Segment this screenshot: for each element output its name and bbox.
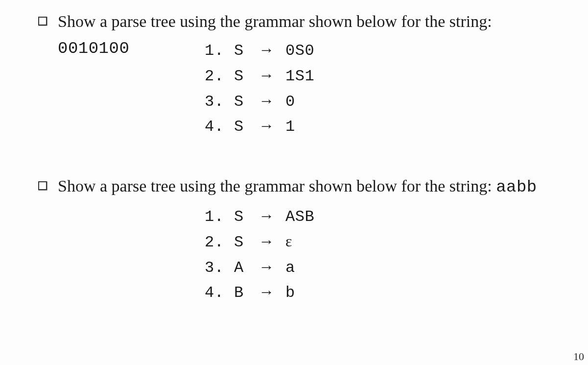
- arrow-icon: →: [259, 38, 285, 62]
- rule-lhs: S: [234, 205, 259, 229]
- slide: Show a parse tree using the grammar show…: [0, 0, 588, 365]
- question-2-prefix: Show a parse tree using the grammar show…: [58, 177, 496, 195]
- question-2-prompt-row: Show a parse tree using the grammar show…: [38, 173, 564, 200]
- question-2-grammar: 1. S → ASB 2. S → ε 3. A → a 4. B → b: [205, 204, 564, 305]
- rule-rhs: 1S1: [285, 64, 314, 89]
- rule-lhs: S: [234, 64, 259, 89]
- bullet-icon: [38, 181, 47, 190]
- grammar-rule: 2. S → ε: [205, 229, 564, 255]
- question-2-block: Show a parse tree using the grammar show…: [38, 173, 564, 305]
- rule-number: 4.: [205, 281, 234, 305]
- rule-rhs: ε: [285, 229, 292, 254]
- rule-rhs: b: [285, 281, 295, 305]
- question-2-target-string: aabb: [496, 178, 537, 196]
- arrow-icon: →: [259, 89, 285, 113]
- grammar-rule: 3. S → 0: [205, 89, 564, 114]
- grammar-rule: 4. S → 1: [205, 114, 564, 139]
- arrow-icon: →: [259, 63, 285, 88]
- question-2-text: Show a parse tree using the grammar show…: [58, 173, 564, 200]
- grammar-rule: 4. B → b: [205, 280, 564, 305]
- rule-number: 1.: [205, 205, 234, 229]
- rule-lhs: B: [234, 281, 259, 305]
- arrow-icon: →: [259, 280, 285, 304]
- rule-lhs: S: [234, 39, 259, 63]
- rule-number: 2.: [205, 64, 234, 89]
- rule-number: 3.: [205, 90, 234, 114]
- question-1-block: Show a parse tree using the grammar show…: [38, 9, 564, 139]
- grammar-rule: 2. S → 1S1: [205, 63, 564, 89]
- page-number: 10: [573, 350, 584, 363]
- rule-rhs: 1: [285, 115, 295, 139]
- arrow-icon: →: [259, 229, 285, 254]
- arrow-icon: →: [259, 114, 285, 138]
- rule-lhs: A: [234, 256, 259, 280]
- rule-lhs: S: [234, 230, 259, 255]
- rule-lhs: S: [234, 90, 259, 114]
- arrow-icon: →: [259, 204, 285, 228]
- rule-rhs: ASB: [285, 205, 314, 229]
- rule-number: 1.: [205, 39, 234, 63]
- rule-number: 2.: [205, 230, 234, 255]
- rule-number: 4.: [205, 115, 234, 139]
- rule-number: 3.: [205, 256, 234, 280]
- rule-rhs: 0S0: [285, 39, 314, 63]
- rule-rhs: a: [285, 256, 295, 280]
- question-1-target-string: 0010100: [58, 39, 129, 58]
- grammar-rule: 1. S → ASB: [205, 204, 564, 229]
- grammar-rule: 3. A → a: [205, 255, 564, 280]
- rule-lhs: S: [234, 115, 259, 139]
- question-1-prefix: Show a parse tree using the grammar show…: [58, 12, 492, 30]
- arrow-icon: →: [259, 255, 285, 279]
- bullet-icon: [38, 17, 47, 25]
- rule-rhs: 0: [285, 90, 295, 114]
